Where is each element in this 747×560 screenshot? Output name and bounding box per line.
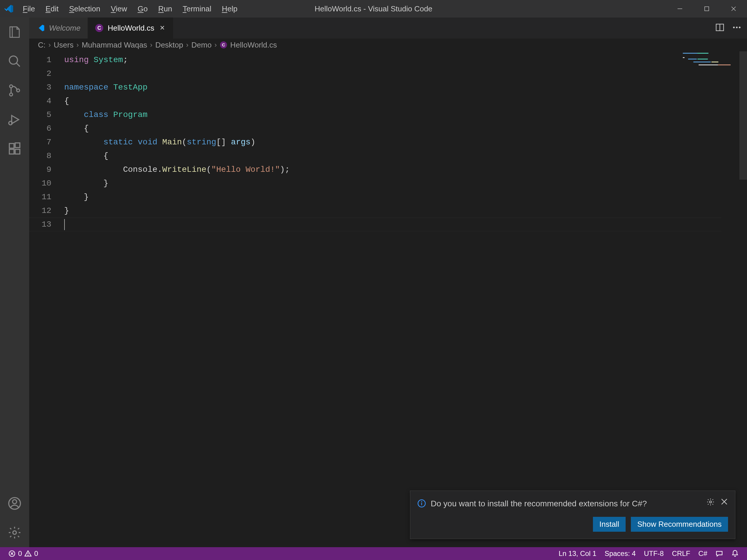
install-button[interactable]: Install xyxy=(593,517,626,532)
chevron-right-icon: › xyxy=(48,41,51,49)
window-controls xyxy=(667,0,747,18)
notification-toast: Do you want to install the recommended e… xyxy=(410,490,735,539)
menubar: File Edit Selection View Go Run Terminal… xyxy=(18,0,243,18)
svg-point-17 xyxy=(13,531,16,534)
cursor-position[interactable]: Ln 13, Col 1 xyxy=(555,547,600,560)
problems-status[interactable]: 0 0 xyxy=(4,547,42,560)
vscode-logo-icon xyxy=(36,24,45,32)
encoding-status[interactable]: UTF-8 xyxy=(640,547,668,560)
svg-point-6 xyxy=(10,85,12,88)
breadcrumb-segment[interactable]: Muhammad Waqas xyxy=(82,41,147,50)
editor-area: Welcome C HelloWorld.cs ✕ C: › Users › M… xyxy=(29,18,747,547)
language-status[interactable]: C# xyxy=(694,547,712,560)
source-control-icon[interactable] xyxy=(0,76,29,105)
indentation-status[interactable]: Spaces: 4 xyxy=(600,547,640,560)
code-editor[interactable]: 12345678910111213 using System; namespac… xyxy=(29,51,747,547)
accounts-icon[interactable] xyxy=(0,489,29,518)
chevron-right-icon: › xyxy=(150,41,152,49)
run-debug-icon[interactable] xyxy=(0,105,29,134)
svg-marker-9 xyxy=(12,115,19,124)
svg-point-10 xyxy=(9,121,12,125)
chevron-right-icon: › xyxy=(186,41,188,49)
gear-icon[interactable] xyxy=(706,498,715,508)
menu-help[interactable]: Help xyxy=(216,0,242,18)
extensions-icon[interactable] xyxy=(0,134,29,163)
menu-run[interactable]: Run xyxy=(153,0,177,18)
eol-status[interactable]: CRLF xyxy=(668,547,694,560)
svg-point-22 xyxy=(733,27,735,28)
breadcrumb-segment[interactable]: HelloWorld.cs xyxy=(230,41,277,50)
csharp-file-icon: C xyxy=(95,24,104,32)
svg-rect-12 xyxy=(9,149,14,154)
csharp-file-icon: C xyxy=(220,41,227,49)
activitybar xyxy=(0,18,29,547)
svg-point-4 xyxy=(9,56,18,64)
close-icon[interactable]: ✕ xyxy=(158,24,166,32)
svg-rect-13 xyxy=(15,149,20,154)
breadcrumb-segment[interactable]: Demo xyxy=(191,41,211,50)
menu-go[interactable]: Go xyxy=(132,0,153,18)
more-actions-icon[interactable] xyxy=(732,23,742,33)
tabs-bar: Welcome C HelloWorld.cs ✕ xyxy=(29,18,747,38)
svg-rect-11 xyxy=(9,143,14,148)
menu-edit[interactable]: Edit xyxy=(40,0,64,18)
close-icon[interactable] xyxy=(720,498,728,508)
svg-rect-1 xyxy=(705,7,709,11)
scrollbar-slider[interactable] xyxy=(740,51,747,180)
tab-welcome[interactable]: Welcome xyxy=(29,18,88,38)
breadcrumbs[interactable]: C: › Users › Muhammad Waqas › Desktop › … xyxy=(29,38,747,51)
menu-file[interactable]: File xyxy=(18,0,40,18)
svg-point-23 xyxy=(736,27,738,28)
split-editor-icon[interactable] xyxy=(715,23,725,33)
chevron-right-icon: › xyxy=(76,41,79,49)
overview-ruler[interactable] xyxy=(740,51,747,547)
maximize-button[interactable] xyxy=(693,0,720,18)
tab-helloworld[interactable]: C HelloWorld.cs ✕ xyxy=(88,18,173,38)
feedback-icon[interactable] xyxy=(712,547,727,560)
vscode-logo-icon xyxy=(0,3,18,14)
svg-text:C: C xyxy=(98,25,101,31)
tab-label: HelloWorld.cs xyxy=(108,24,154,33)
info-icon xyxy=(417,499,426,510)
menu-selection[interactable]: Selection xyxy=(64,0,106,18)
svg-point-16 xyxy=(12,500,17,504)
search-icon[interactable] xyxy=(0,47,29,76)
breadcrumb-segment[interactable]: Users xyxy=(54,41,74,50)
errors-count: 0 xyxy=(18,550,22,558)
breadcrumb-segment[interactable]: C: xyxy=(38,41,46,50)
settings-gear-icon[interactable] xyxy=(0,518,29,547)
code-content[interactable]: using System; namespace TestApp{ class P… xyxy=(64,51,747,547)
tab-label: Welcome xyxy=(49,24,80,33)
svg-line-5 xyxy=(16,63,20,66)
notification-message: Do you want to install the recommended e… xyxy=(431,498,702,509)
svg-point-7 xyxy=(10,93,12,96)
explorer-icon[interactable] xyxy=(0,18,29,47)
line-gutter: 12345678910111213 xyxy=(29,51,64,547)
chevron-right-icon: › xyxy=(214,41,217,49)
warnings-count: 0 xyxy=(34,550,38,558)
svg-rect-14 xyxy=(15,143,20,148)
show-recommendations-button[interactable]: Show Recommendations xyxy=(631,517,728,532)
window-title: HelloWorld.cs - Visual Studio Code xyxy=(314,4,433,14)
notifications-icon[interactable] xyxy=(727,547,743,560)
breadcrumb-segment[interactable]: Desktop xyxy=(155,41,183,50)
statusbar: 0 0 Ln 13, Col 1 Spaces: 4 UTF-8 CRLF C# xyxy=(0,547,747,560)
svg-point-29 xyxy=(421,501,422,502)
minimize-button[interactable] xyxy=(667,0,693,18)
svg-text:C: C xyxy=(222,42,225,47)
svg-point-37 xyxy=(28,555,28,555)
menu-terminal[interactable]: Terminal xyxy=(177,0,216,18)
close-button[interactable] xyxy=(720,0,747,18)
menu-view[interactable]: View xyxy=(106,0,132,18)
svg-point-24 xyxy=(739,27,741,28)
titlebar: File Edit Selection View Go Run Terminal… xyxy=(0,0,747,18)
svg-point-30 xyxy=(710,501,712,503)
